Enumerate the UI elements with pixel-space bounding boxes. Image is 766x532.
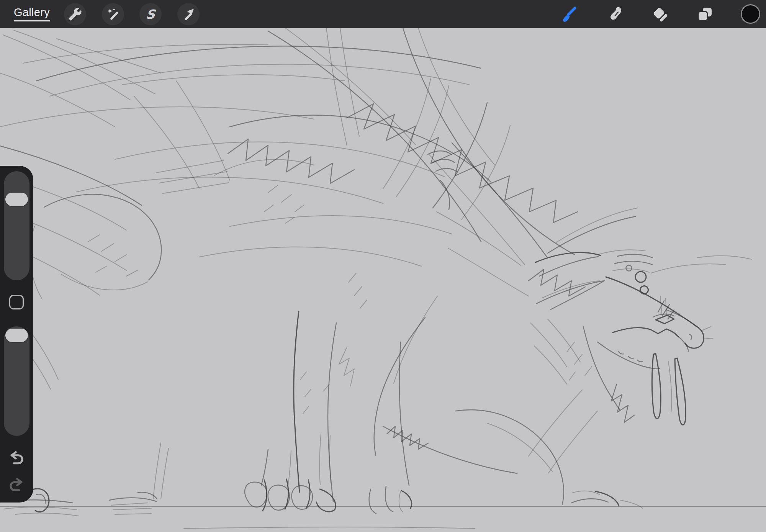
paintbrush-icon[interactable] xyxy=(560,5,578,23)
magic-wand-icon xyxy=(106,7,120,21)
drawing-canvas[interactable] xyxy=(0,28,766,532)
modify-button[interactable] xyxy=(9,295,24,309)
smudge-finger-icon[interactable] xyxy=(605,5,623,23)
gallery-label: Gallery xyxy=(14,7,50,21)
actions-button[interactable] xyxy=(64,3,86,25)
brush-size-slider[interactable] xyxy=(4,171,29,280)
procreate-app: Gallery S xyxy=(0,0,766,532)
color-swatch[interactable] xyxy=(741,4,760,24)
eraser-icon[interactable] xyxy=(651,5,669,23)
brush-size-handle[interactable] xyxy=(5,193,28,206)
sketch-drawing xyxy=(0,28,766,532)
selection-s-icon: S xyxy=(145,8,155,21)
top-toolbar: Gallery S xyxy=(0,0,766,28)
side-toolbar xyxy=(0,166,33,503)
brush-opacity-slider[interactable] xyxy=(4,326,29,436)
selection-button[interactable]: S xyxy=(139,3,162,25)
redo-button[interactable] xyxy=(8,476,25,493)
transform-button[interactable] xyxy=(177,3,200,25)
wrench-icon xyxy=(68,7,82,21)
transform-arrow-icon xyxy=(182,7,195,21)
gallery-button[interactable]: Gallery xyxy=(14,0,50,28)
undo-button[interactable] xyxy=(8,450,25,467)
adjustments-button[interactable] xyxy=(102,3,124,25)
layers-icon[interactable] xyxy=(696,5,714,23)
brush-opacity-handle[interactable] xyxy=(5,329,28,342)
